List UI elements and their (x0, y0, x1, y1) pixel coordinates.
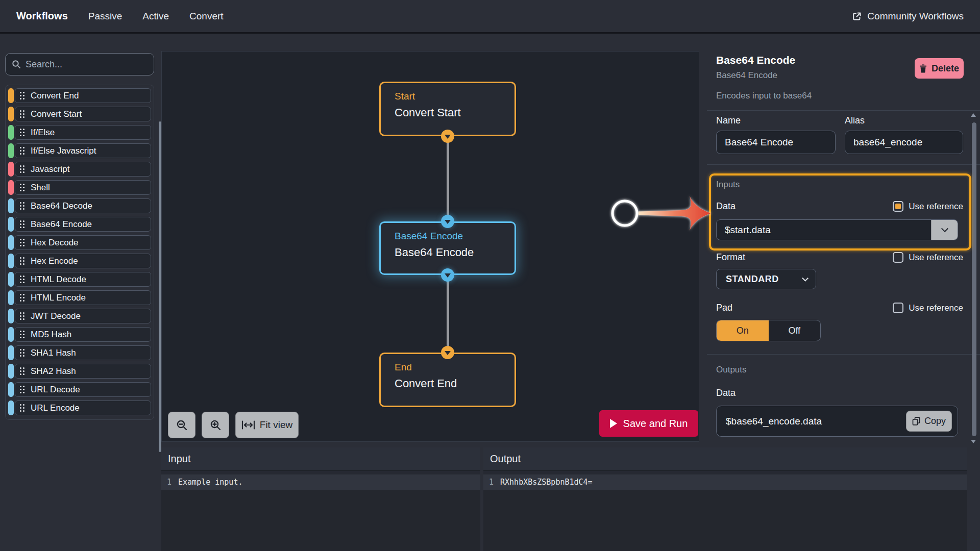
scrollbar-up-arrow[interactable] (971, 113, 976, 117)
module-list-item[interactable]: Convert Start (8, 107, 151, 121)
format-use-reference-toggle[interactable]: Use reference (893, 252, 963, 263)
module-color-accent (8, 235, 14, 250)
module-color-accent (8, 143, 14, 158)
module-list-item[interactable]: MD5 Hash (8, 327, 151, 342)
data-value-select[interactable]: $start.data (716, 219, 958, 240)
output-panel-title: Output (483, 447, 967, 471)
edge-start-to-base64 (447, 136, 449, 221)
alias-field-label: Alias (845, 115, 963, 126)
search-icon (12, 60, 21, 69)
data-field-label: Data (716, 201, 736, 212)
node-convert-start[interactable]: Start Convert Start (379, 82, 516, 136)
copy-button[interactable]: Copy (906, 411, 952, 432)
module-list-item[interactable]: Base64 Encode (8, 217, 151, 232)
data-use-reference-toggle[interactable]: Use reference (893, 201, 963, 212)
module-sidebar: Convert End Convert Start If/Else If/Els… (0, 34, 157, 551)
zoom-out-button[interactable] (168, 412, 195, 438)
module-color-accent (8, 309, 14, 323)
fit-view-button[interactable]: Fit view (235, 412, 299, 438)
module-list-item[interactable]: JWT Decode (8, 309, 151, 323)
pad-on-button[interactable]: On (717, 320, 769, 341)
module-label: If/Else Javascript (31, 146, 96, 156)
name-alias-row: Name Alias (716, 115, 963, 154)
format-select[interactable]: STANDARD (716, 269, 816, 289)
line-number: 1 (167, 478, 172, 487)
output-editor-panel[interactable]: Output 1 RXhhbXBsZSBpbnB1dC4= (483, 447, 967, 551)
module-list-item[interactable]: Base64 Decode (8, 198, 151, 213)
module-label: If/Else (31, 128, 55, 138)
drag-handle-icon (20, 165, 25, 173)
output-editor-body[interactable] (483, 490, 967, 551)
module-list-item[interactable]: URL Decode (8, 382, 151, 397)
scrollbar-down-arrow[interactable] (971, 440, 976, 443)
module-list-item[interactable]: If/Else Javascript (8, 143, 151, 158)
drag-handle-icon (20, 184, 25, 192)
module-color-accent (8, 88, 14, 103)
pad-use-reference-toggle[interactable]: Use reference (893, 303, 963, 313)
nav-tab-active[interactable]: Active (142, 11, 169, 22)
nav-tab-passive[interactable]: Passive (88, 11, 122, 22)
community-workflows-link[interactable]: Community Workflows (852, 11, 964, 22)
module-list-item[interactable]: Shell (8, 180, 151, 195)
data-select-dropdown-button[interactable] (931, 220, 958, 240)
use-reference-checkbox[interactable] (893, 303, 903, 313)
alias-input[interactable] (845, 131, 963, 154)
input-editor-panel[interactable]: Input 1 Example input. (161, 447, 480, 551)
module-color-accent (8, 400, 14, 415)
search-box (5, 53, 154, 76)
drag-handle-icon (20, 331, 25, 339)
divider (707, 164, 980, 165)
node-convert-end[interactable]: End Convert End (379, 353, 516, 407)
divider (707, 110, 980, 111)
save-and-run-button[interactable]: Save and Run (599, 410, 698, 437)
module-color-accent (8, 272, 14, 287)
edge-base64-to-end (447, 275, 449, 353)
module-label: Convert Start (31, 109, 82, 119)
nav-brand-workflows[interactable]: Workflows (16, 10, 68, 22)
inspector-subtitle: Base64 Encode (716, 70, 963, 81)
pad-off-button[interactable]: Off (769, 320, 821, 341)
search-input[interactable] (26, 59, 148, 70)
workflow-canvas[interactable]: Start Convert Start Base64 Encode Base64… (161, 51, 699, 442)
node-name-label: Convert Start (395, 106, 509, 119)
module-color-accent (8, 290, 14, 305)
inspector-scrollbar-thumb[interactable] (972, 122, 976, 436)
node-base64-encode[interactable]: Base64 Encode Base64 Encode (379, 221, 516, 275)
format-field-label: Format (716, 252, 745, 263)
module-list-item[interactable]: HTML Encode (8, 290, 151, 305)
line-number: 1 (489, 478, 494, 487)
inspector-description: Encodes input to base64 (716, 91, 963, 101)
module-label: HTML Encode (31, 293, 86, 303)
handle-base64-output[interactable] (441, 268, 454, 282)
handle-end-input[interactable] (441, 346, 454, 359)
pad-toggle: On Off (716, 320, 821, 341)
handle-start-output[interactable] (441, 130, 454, 143)
name-input[interactable] (716, 131, 836, 154)
input-editor-body[interactable] (161, 490, 480, 551)
module-list-item[interactable]: Javascript (8, 162, 151, 177)
use-reference-label: Use reference (909, 253, 963, 263)
output-data-field: $base64_encode.data Copy (716, 406, 958, 437)
module-list-item[interactable]: URL Encode (8, 400, 151, 415)
use-reference-checkbox[interactable] (893, 201, 903, 212)
module-list-item[interactable]: Convert End (8, 88, 151, 103)
module-list-item[interactable]: SHA1 Hash (8, 345, 151, 360)
node-type-label: Base64 Encode (395, 231, 509, 242)
node-inspector-panel: Base64 Encode Delete Base64 Encode Encod… (707, 34, 980, 447)
zoom-in-icon (210, 419, 222, 431)
use-reference-checkbox[interactable] (893, 252, 903, 263)
canvas-controls: Fit view (168, 412, 299, 438)
handle-base64-input[interactable] (441, 215, 454, 228)
zoom-in-button[interactable] (202, 412, 229, 438)
node-name-label: Base64 Encode (395, 246, 509, 259)
data-field-row: Data Use reference (716, 201, 963, 212)
copy-icon (912, 417, 920, 425)
save-and-run-label: Save and Run (623, 418, 688, 430)
module-list-item[interactable]: HTML Decode (8, 272, 151, 287)
module-list-item[interactable]: SHA2 Hash (8, 364, 151, 379)
module-color-accent (8, 364, 14, 379)
module-list-item[interactable]: Hex Encode (8, 254, 151, 268)
nav-tab-convert[interactable]: Convert (189, 11, 224, 22)
module-list-item[interactable]: If/Else (8, 125, 151, 140)
module-list-item[interactable]: Hex Decode (8, 235, 151, 250)
